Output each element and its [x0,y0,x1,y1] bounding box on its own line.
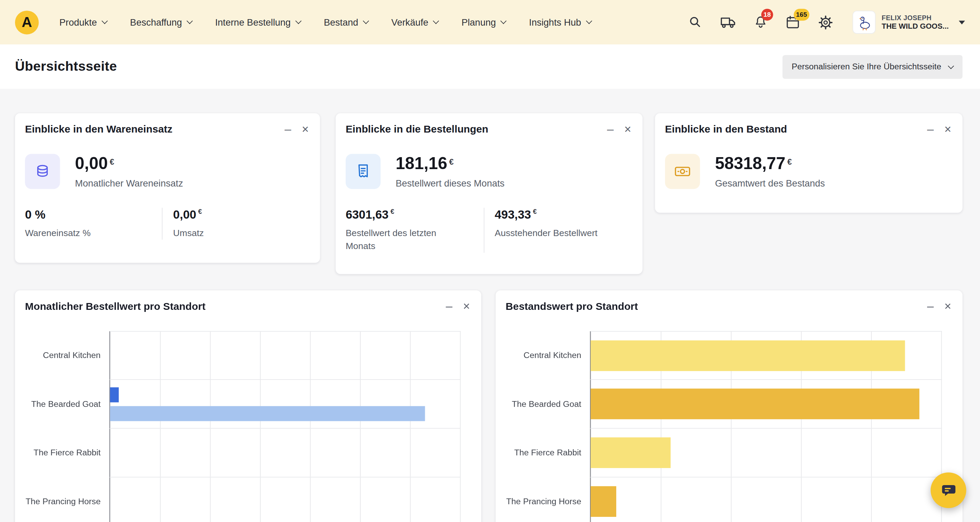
chart-track [590,429,942,477]
currency-symbol: € [198,208,202,215]
currency-symbol: € [110,157,114,166]
menu-label: Beschaffung [130,17,182,27]
menu-label: Planung [461,17,496,27]
page-title: Übersichtsseite [15,59,117,75]
chart-title: Monatlicher Bestellwert pro Standort [25,300,205,312]
app-canvas: A Produkte Beschaffung Interne Bestellun… [0,0,980,522]
stat-label: Ausstehender Bestellwert [495,227,611,240]
chart-track [110,331,461,380]
bar-the-prancing-horse [591,486,616,517]
stat-outstanding-order-value: 493,33€ Ausstehender Bestellwert [484,208,633,253]
chart-title: Bestandswert pro Standort [506,300,638,312]
stat-value: 0 % [25,208,45,221]
stat-value: 0,00 [173,208,196,221]
currency-symbol: € [787,157,792,166]
app-logo[interactable]: A [15,10,39,34]
chart-row: The Prancing Horse [495,477,962,522]
kpi-main: 0,00€ Monatlicher Wareneinsatz [75,155,183,188]
close-icon[interactable]: × [944,300,951,312]
search-button[interactable] [687,14,703,30]
menu-item-produkte[interactable]: Produkte [59,17,107,27]
bar-the-bearded-goat [110,406,425,421]
chart-row: The Fierce Rabbit [15,429,481,477]
card-monthly-order-value-chart: Monatlicher Bestellwert pro Standort – ×… [15,291,481,522]
personalize-dashboard-button[interactable]: Personalisieren Sie Ihre Übersichtsseite [783,55,963,78]
minimize-icon[interactable]: – [607,123,614,135]
chart-track [110,477,461,522]
notifications-button[interactable]: 18 [752,14,769,30]
page-header: Übersichtsseite Personalisieren Sie Ihre… [0,45,980,89]
topbar-actions: 18 165 [687,11,965,34]
avatar [853,11,876,34]
menu-item-interne-bestellung[interactable]: Interne Bestellung [215,17,301,27]
stat-label: Umsatz [173,227,289,240]
chart-track [590,380,942,429]
chevron-down-icon [102,18,108,24]
close-icon[interactable]: × [463,300,470,312]
notification-count-badge: 18 [761,8,773,21]
currency-symbol: € [390,208,394,215]
chevron-down-icon [433,18,439,24]
axis-label: The Prancing Horse [495,477,590,522]
minimize-icon[interactable]: – [446,300,452,312]
close-icon[interactable]: × [302,123,309,135]
menu-label: Verkäufe [391,17,428,27]
axis-label: The Fierce Rabbit [495,429,590,477]
monthly-order-value-bar-chart: Central KitchenThe Bearded GoatThe Fierc… [15,331,481,522]
menu-label: Interne Bestellung [215,17,290,27]
kpi-label: Monatlicher Wareneinsatz [75,178,183,188]
banknote-icon [665,154,700,189]
chart-row: The Bearded Goat [495,380,962,429]
caret-down-icon [959,21,965,24]
chart-row: The Fierce Rabbit [495,429,962,477]
menu-label: Produkte [59,17,97,27]
stat-last-month-order-value: 6301,63€ Bestellwert des letzten Monats [346,208,484,253]
gear-icon [818,15,833,30]
stat-value: 6301,63 [346,208,389,221]
stat-value: 493,33 [495,208,531,221]
minimize-icon[interactable]: – [285,123,291,135]
currency-symbol: € [449,157,453,166]
menu-item-verkaeufe[interactable]: Verkäufe [391,17,439,27]
close-icon[interactable]: × [944,123,951,135]
minimize-icon[interactable]: – [927,300,934,312]
menu-item-beschaffung[interactable]: Beschaffung [130,17,192,27]
axis-label: Central Kitchen [15,331,110,380]
chart-track [590,477,942,522]
chart-track [590,331,942,380]
kpi-value: 0,00 [75,154,108,172]
stat-label: Bestellwert des letzten Monats [346,227,461,253]
coins-icon [25,154,60,189]
chart-row: Central Kitchen [495,331,962,380]
card-title: Einblicke in den Bestand [665,123,787,135]
card-inventory-insights: Einblicke in den Bestand – × 58318,77€ G… [655,113,963,213]
top-navigation-bar: A Produkte Beschaffung Interne Bestellun… [0,0,980,45]
bar-the-bearded-goat [591,388,920,419]
menu-item-planung[interactable]: Planung [461,17,506,27]
calendar-button[interactable]: 165 [785,14,801,30]
kpi-main: 181,16€ Bestellwert dieses Monats [396,155,504,188]
card-food-cost-insights: Einblicke in den Wareneinsatz – × 0,00€ … [15,113,320,263]
chart-track [110,429,461,477]
chart-row: The Prancing Horse [15,477,481,522]
card-title: Einblicke in den Wareneinsatz [25,123,172,135]
menu-label: Bestand [324,17,358,27]
kpi-value: 58318,77 [715,154,785,172]
chat-launcher-button[interactable] [931,473,966,508]
menu-item-bestand[interactable]: Bestand [324,17,368,27]
deliveries-button[interactable] [720,14,736,30]
user-info: FELIX JOSEPH THE WILD GOOS... [882,13,949,32]
settings-button[interactable] [817,14,834,30]
stat-label: Wareneinsatz % [25,227,141,240]
chevron-down-icon [948,62,954,69]
card-inventory-value-chart: Bestandswert pro Standort – × Central Ki… [495,291,962,522]
menu-item-insights-hub[interactable]: Insights Hub [529,17,591,27]
chevron-down-icon [363,18,369,24]
close-icon[interactable]: × [624,123,631,135]
chevron-down-icon [187,18,193,24]
minimize-icon[interactable]: – [927,123,934,135]
kpi-value: 181,16 [396,154,447,172]
user-menu[interactable]: FELIX JOSEPH THE WILD GOOS... [853,11,965,34]
user-organization: THE WILD GOOS... [882,22,949,32]
personalize-label: Personalisieren Sie Ihre Übersichtsseite [792,62,941,71]
